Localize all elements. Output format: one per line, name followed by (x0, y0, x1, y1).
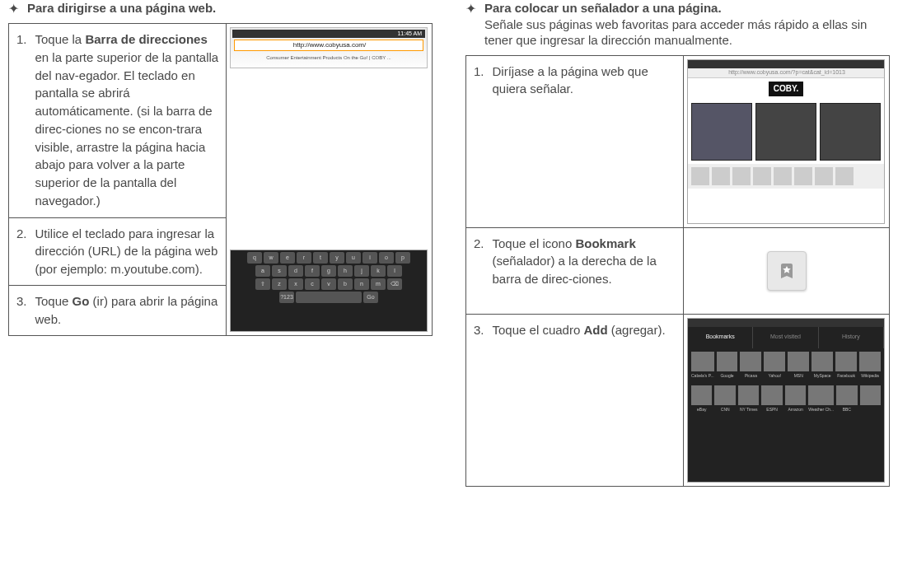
step-text: Toque la Barra de direcciones en la part… (30, 24, 227, 218)
tab-bookmarks: Bookmarks (688, 327, 753, 348)
text-bold: Go (72, 294, 90, 308)
grid-label: MySpace (811, 373, 833, 379)
grid-label: Google (717, 373, 738, 379)
text-fragment: en la parte superior de la pantalla del … (35, 50, 219, 208)
right-column: ✦ Para colocar un señalador a una página… (465, 0, 890, 487)
step-number: 1. (466, 55, 488, 227)
text-bold: Add (583, 323, 607, 337)
grid-row: Cabela's P... Google Picasa Yahoo! MSN M… (691, 352, 881, 379)
text-bold: Bookmark (575, 236, 635, 250)
screenshot-addressbar: 11:45 AM http://www.cobyusa.com/ Consume… (230, 27, 428, 68)
url-field: http://www.cobyusa.com/ (234, 40, 423, 51)
grid-row: eBay CNN NY Times ESPN Amazon Weather Ch… (691, 385, 881, 413)
right-title-block: Para colocar un señalador a una página. … (484, 0, 890, 49)
grid-label: Facebook (835, 373, 857, 379)
text-bold: Barra de direcciones (85, 32, 207, 46)
right-title: Para colocar un señalador a una página. (484, 0, 890, 16)
text-fragment: Toque el icono (493, 236, 576, 250)
left-image-cell: 11:45 AM http://www.cobyusa.com/ Consume… (227, 24, 433, 336)
left-column: ✦ Para dirigirse a una página web. 1. To… (8, 0, 433, 487)
step-number: 2. (466, 227, 488, 314)
grid-label: Yahoo! (764, 373, 785, 379)
right-steps-table: 1. Diríjase a la página web que quiera s… (465, 55, 890, 487)
step-number: 1. (9, 24, 30, 218)
text-fragment: Toque (35, 294, 72, 308)
left-steps-table: 1. Toque la Barra de direcciones en la p… (8, 23, 433, 336)
grid-label: Wikipedia (859, 373, 881, 379)
grid-label: NY Times (738, 407, 759, 413)
step-text: Toque el cuadro Add (agregar). (488, 314, 684, 486)
right-image-cell-1: http://www.cobyusa.com/?p=cat&cat_id=101… (684, 55, 890, 227)
step-text: Toque Go (ir) para abrir la página web. (30, 286, 227, 336)
statusbar: 11:45 AM (232, 30, 425, 38)
grid-label: CNN (714, 407, 735, 413)
step-text: Utilice el teclado para ingresar la dire… (30, 217, 227, 286)
brand-logo: COBY. (769, 82, 804, 97)
step-number: 2. (9, 217, 30, 286)
grid-label: Cabela's P... (691, 373, 714, 379)
right-subtitle: Señale sus páginas web favoritas para ac… (484, 16, 890, 49)
right-section-header: ✦ Para colocar un señalador a una página… (465, 0, 890, 49)
right-image-cell-2 (684, 227, 890, 314)
tab-history: History (819, 327, 884, 348)
addr-text: http://www.cobyusa.com/?p=cat&cat_id=101… (688, 68, 884, 78)
plus-icon: ✦ (8, 1, 19, 16)
step-text: Diríjase a la página web que quiera seña… (488, 55, 684, 227)
screenshot-keyboard: qwertyuiop asdfghjkl ⇧zxcvbnm⌫ ?123Go (230, 250, 428, 332)
grid-label: Amazon (785, 407, 806, 413)
screenshot-bookmarks-grid: Bookmarks Most visited History Cabela's … (687, 318, 885, 483)
text-fragment: (agregar). (608, 323, 666, 337)
grid-label: eBay (691, 407, 712, 413)
step-text: Toque el icono Bookmark (señalador) a la… (488, 227, 684, 314)
plus-icon: ✦ (465, 1, 476, 16)
step-number: 3. (9, 286, 30, 336)
right-image-cell-3: Bookmarks Most visited History Cabela's … (684, 314, 890, 486)
grid-label: BBC (836, 407, 857, 413)
suggestion-row: Consumer Entertainment Products On the G… (234, 54, 423, 62)
bookmark-icon (767, 251, 807, 291)
grid-label: ESPN (761, 407, 782, 413)
left-section-header: ✦ Para dirigirse a una página web. (8, 0, 433, 16)
grid-label: Picasa (740, 373, 761, 379)
grid-label: Weather Ch... (808, 407, 834, 413)
text-fragment: (señalador) a la derecha de la barra de … (493, 254, 657, 286)
text-fragment: Toque la (35, 32, 86, 46)
tab-mostvisited: Most visited (753, 327, 818, 348)
text-fragment: Toque el cuadro (493, 323, 584, 337)
grid-label: MSN (788, 373, 809, 379)
screenshot-coby-page: http://www.cobyusa.com/?p=cat&cat_id=101… (687, 59, 885, 224)
left-title: Para dirigirse a una página web. (27, 0, 216, 16)
step-number: 3. (466, 314, 488, 486)
